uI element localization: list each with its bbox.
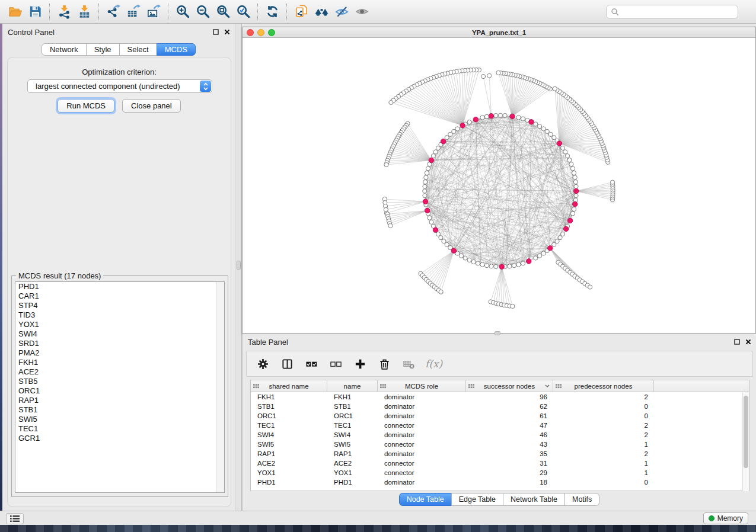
hide-selected-icon[interactable] bbox=[331, 3, 352, 21]
copy-network-icon[interactable] bbox=[291, 3, 311, 21]
cell-name[interactable]: ORC1 bbox=[327, 411, 378, 421]
cell-MCDS-role[interactable]: dominator bbox=[378, 477, 466, 487]
task-history-button[interactable] bbox=[6, 513, 24, 524]
mcds-result-item[interactable]: TEC1 bbox=[15, 424, 224, 434]
table-scrollbar-thumb[interactable] bbox=[744, 396, 748, 468]
cell-predecessor-nodes[interactable]: 2 bbox=[553, 449, 654, 459]
cell-MCDS-role[interactable]: dominator bbox=[378, 402, 466, 411]
tab-mcds[interactable]: MCDS bbox=[157, 43, 196, 56]
cell-predecessor-nodes[interactable]: 0 bbox=[553, 411, 654, 421]
import-table-icon[interactable] bbox=[74, 3, 94, 21]
table-row[interactable]: STB1STB1dominator620 bbox=[251, 402, 749, 411]
cell-successor-nodes[interactable]: 46 bbox=[466, 430, 553, 440]
mcds-result-item[interactable]: RAP1 bbox=[15, 396, 224, 405]
cell-successor-nodes[interactable]: 61 bbox=[466, 411, 553, 421]
table-row[interactable]: ORC1ORC1dominator610 bbox=[251, 411, 749, 421]
search-field[interactable] bbox=[606, 5, 738, 19]
cell-predecessor-nodes[interactable]: 2 bbox=[553, 421, 654, 430]
cell-successor-nodes[interactable]: 18 bbox=[466, 477, 553, 487]
cell-name[interactable]: FKH1 bbox=[327, 392, 378, 402]
mcds-list-scrollbar[interactable] bbox=[216, 282, 224, 492]
zoom-in-icon[interactable] bbox=[173, 3, 193, 21]
mcds-result-item[interactable]: SWI5 bbox=[15, 415, 224, 424]
cell-MCDS-role[interactable]: connector bbox=[378, 440, 466, 449]
cell-shared-name[interactable]: STB1 bbox=[251, 402, 327, 411]
close-panel-icon[interactable] bbox=[745, 339, 751, 345]
cell-MCDS-role[interactable]: dominator bbox=[378, 430, 466, 440]
cell-name[interactable]: STB1 bbox=[327, 402, 378, 411]
network-window-titlebar[interactable]: YPA_prune.txt_1 bbox=[243, 27, 755, 38]
table-row[interactable]: YOX1YOX1connector291 bbox=[251, 468, 749, 477]
delete-table-icon[interactable] bbox=[401, 356, 416, 371]
table-row[interactable]: RAP1RAP1dominator352 bbox=[251, 449, 749, 459]
cell-shared-name[interactable]: PHD1 bbox=[251, 477, 327, 487]
select-all-icon[interactable] bbox=[304, 356, 319, 371]
close-panel-button[interactable]: Close panel bbox=[122, 99, 181, 113]
cell-predecessor-nodes[interactable]: 2 bbox=[553, 392, 654, 402]
table-row[interactable]: TEC1TEC1connector472 bbox=[251, 421, 749, 430]
column-header-MCDS-role[interactable]: MCDS role bbox=[378, 380, 466, 392]
cell-predecessor-nodes[interactable]: 1 bbox=[553, 440, 654, 449]
mcds-result-item[interactable]: ACE2 bbox=[15, 367, 224, 377]
mcds-result-item[interactable]: STB1 bbox=[15, 405, 224, 415]
cell-shared-name[interactable]: ACE2 bbox=[251, 459, 327, 468]
cell-name[interactable]: SWI4 bbox=[327, 430, 378, 440]
mcds-result-item[interactable]: CAR1 bbox=[15, 291, 224, 301]
open-session-icon[interactable] bbox=[5, 3, 25, 21]
column-header-name[interactable]: name bbox=[327, 380, 378, 392]
column-header-shared-name[interactable]: shared name bbox=[251, 380, 327, 392]
cell-predecessor-nodes[interactable]: 0 bbox=[553, 402, 654, 411]
zoom-fit-icon[interactable] bbox=[213, 3, 233, 21]
cell-successor-nodes[interactable]: 29 bbox=[466, 468, 553, 477]
table-row[interactable]: ACE2ACE2connector311 bbox=[251, 459, 749, 468]
cell-predecessor-nodes[interactable]: 2 bbox=[553, 430, 654, 440]
mcds-result-item[interactable]: STB5 bbox=[15, 377, 224, 386]
cell-shared-name[interactable]: TEC1 bbox=[251, 421, 327, 430]
cell-MCDS-role[interactable]: dominator bbox=[378, 392, 466, 402]
add-column-icon[interactable] bbox=[352, 356, 368, 371]
tab-edge-table[interactable]: Edge Table bbox=[451, 493, 503, 506]
tab-node-table[interactable]: Node Table bbox=[399, 493, 452, 506]
cell-shared-name[interactable]: RAP1 bbox=[251, 449, 327, 459]
table-row[interactable]: SWI5SWI5connector431 bbox=[251, 440, 749, 449]
float-panel-icon[interactable] bbox=[213, 29, 219, 35]
cell-name[interactable]: SWI5 bbox=[327, 440, 378, 449]
export-network-icon[interactable] bbox=[103, 3, 123, 21]
network-graph[interactable] bbox=[243, 38, 755, 333]
cell-shared-name[interactable]: SWI5 bbox=[251, 440, 327, 449]
cell-predecessor-nodes[interactable]: 1 bbox=[553, 468, 654, 477]
cell-predecessor-nodes[interactable]: 1 bbox=[553, 459, 654, 468]
splitter-grip[interactable] bbox=[237, 261, 241, 270]
cell-shared-name[interactable]: YOX1 bbox=[251, 468, 327, 477]
save-session-icon[interactable] bbox=[25, 3, 45, 21]
window-minimize-icon[interactable] bbox=[257, 29, 264, 36]
cell-successor-nodes[interactable]: 96 bbox=[466, 392, 553, 402]
column-header-predecessor-nodes[interactable]: predecessor nodes bbox=[553, 380, 654, 392]
search-network-icon[interactable] bbox=[311, 3, 331, 21]
vertical-splitter[interactable] bbox=[235, 24, 242, 511]
mcds-result-item[interactable]: SWI4 bbox=[15, 329, 224, 339]
cell-shared-name[interactable]: ORC1 bbox=[251, 411, 327, 421]
cell-name[interactable]: ACE2 bbox=[327, 459, 378, 468]
run-mcds-button[interactable]: Run MCDS bbox=[58, 99, 114, 113]
tab-network-table[interactable]: Network Table bbox=[503, 493, 565, 506]
deselect-all-icon[interactable] bbox=[328, 356, 343, 371]
criterion-dropdown[interactable]: largest connected component (undirected) bbox=[27, 79, 212, 93]
cell-shared-name[interactable]: FKH1 bbox=[251, 392, 327, 402]
window-maximize-icon[interactable] bbox=[268, 29, 275, 36]
function-builder-icon[interactable]: f(x) bbox=[425, 358, 442, 370]
import-network-icon[interactable] bbox=[54, 3, 74, 21]
mcds-result-item[interactable]: YOX1 bbox=[15, 320, 224, 329]
tab-network[interactable]: Network bbox=[42, 43, 87, 56]
cell-MCDS-role[interactable]: dominator bbox=[378, 411, 466, 421]
tab-style[interactable]: Style bbox=[86, 43, 120, 56]
cell-successor-nodes[interactable]: 31 bbox=[466, 459, 553, 468]
memory-button[interactable]: Memory bbox=[703, 512, 748, 524]
cell-name[interactable]: PHD1 bbox=[327, 477, 378, 487]
mcds-result-item[interactable]: TID3 bbox=[15, 310, 224, 320]
mcds-result-item[interactable]: STP4 bbox=[15, 301, 224, 310]
table-scrollbar[interactable] bbox=[742, 392, 749, 491]
search-input[interactable] bbox=[619, 6, 738, 18]
mcds-result-item[interactable]: ORC1 bbox=[15, 386, 224, 396]
gear-icon[interactable] bbox=[255, 356, 270, 371]
